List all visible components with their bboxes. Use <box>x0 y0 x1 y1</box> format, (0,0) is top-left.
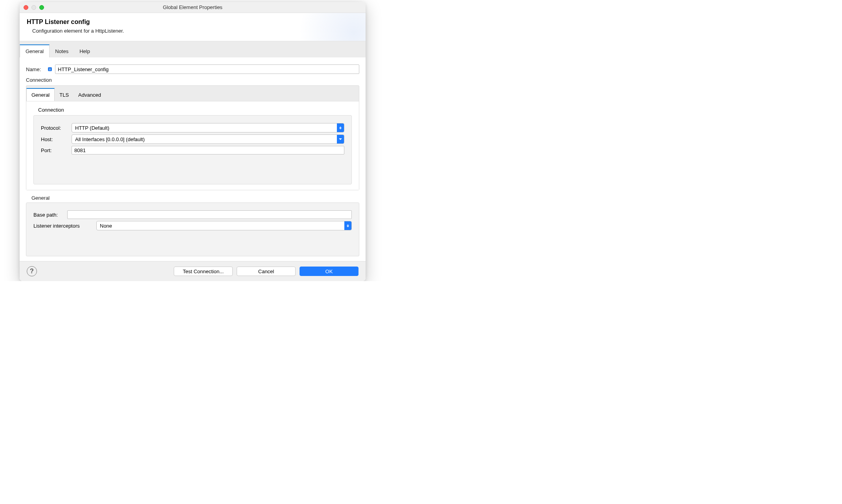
window-controls <box>24 5 44 10</box>
interceptors-select[interactable]: None <box>96 221 352 230</box>
titlebar: Global Element Properties <box>20 2 366 13</box>
header-subtitle: Configuration element for a HttpListener… <box>27 28 358 34</box>
name-label: Name: <box>26 66 45 72</box>
ok-button[interactable]: OK <box>300 267 358 276</box>
test-connection-button[interactable]: Test Connection... <box>174 267 233 276</box>
host-combobox-value: All Interfaces [0.0.0.0] (default) <box>72 136 337 142</box>
outer-tab-panel: Name: i Connection General TLS Advanced … <box>20 57 366 261</box>
general-section-label: General <box>31 195 359 201</box>
inner-tab-general[interactable]: General <box>26 88 55 101</box>
help-icon[interactable]: ? <box>27 266 37 276</box>
host-row: Host: All Interfaces [0.0.0.0] (default) <box>41 134 344 144</box>
host-label: Host: <box>41 136 72 142</box>
interceptors-label: Listener interceptors <box>33 223 96 229</box>
tab-general[interactable]: General <box>20 44 50 57</box>
close-icon[interactable] <box>24 5 28 10</box>
chevron-updown-icon <box>337 123 344 132</box>
window-title: Global Element Properties <box>20 4 366 10</box>
cancel-button[interactable]: Cancel <box>237 267 296 276</box>
port-input[interactable] <box>72 146 344 155</box>
base-path-input[interactable] <box>67 210 352 219</box>
tab-help[interactable]: Help <box>74 44 96 57</box>
general-panel: Base path: Listener interceptors None <box>26 202 359 256</box>
inner-tab-panel: Connection Protocol: HTTP (Default) Host… <box>26 101 359 190</box>
dialog-header: HTTP Listener config Configuration eleme… <box>20 13 366 41</box>
maximize-icon[interactable] <box>39 5 44 10</box>
connection-fieldset: Protocol: HTTP (Default) Host: All Inter… <box>33 115 352 184</box>
base-path-row: Base path: <box>33 210 352 219</box>
header-title: HTTP Listener config <box>27 18 358 26</box>
protocol-select-value: HTTP (Default) <box>72 125 337 131</box>
inner-tabs: General TLS Advanced <box>26 86 359 101</box>
protocol-row: Protocol: HTTP (Default) <box>41 123 344 132</box>
dialog-window: Global Element Properties HTTP Listener … <box>20 2 366 281</box>
dialog-body: General Notes Help Name: i Connection Ge… <box>20 41 366 261</box>
outer-tabs: General Notes Help <box>20 41 366 57</box>
port-label: Port: <box>41 147 72 153</box>
connection-fieldset-label: Connection <box>33 107 352 113</box>
chevron-down-icon <box>337 135 344 143</box>
host-combobox[interactable]: All Interfaces [0.0.0.0] (default) <box>72 134 344 144</box>
tab-notes[interactable]: Notes <box>50 44 74 57</box>
info-icon[interactable]: i <box>48 67 52 71</box>
connection-section-label: Connection <box>26 77 359 83</box>
base-path-label: Base path: <box>33 212 67 218</box>
interceptors-row: Listener interceptors None <box>33 221 352 230</box>
name-input[interactable] <box>55 64 359 74</box>
interceptors-select-value: None <box>97 223 344 229</box>
port-row: Port: <box>41 146 344 155</box>
connection-panel: General TLS Advanced Connection Protocol… <box>26 85 359 190</box>
protocol-label: Protocol: <box>41 125 72 131</box>
inner-tab-advanced[interactable]: Advanced <box>74 88 106 101</box>
dialog-footer: ? Test Connection... Cancel OK <box>20 261 366 281</box>
inner-tab-tls[interactable]: TLS <box>55 88 74 101</box>
name-row: Name: i <box>26 64 359 74</box>
protocol-select[interactable]: HTTP (Default) <box>72 123 344 132</box>
chevron-updown-icon <box>344 221 351 230</box>
minimize-icon[interactable] <box>31 5 36 10</box>
